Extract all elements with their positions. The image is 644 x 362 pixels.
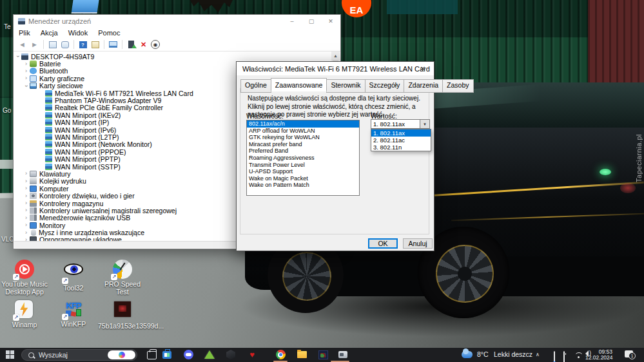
close-icon[interactable]: ✕ (412, 62, 434, 75)
close-button[interactable]: ✕ (321, 15, 340, 28)
tab-zaawansowane[interactable]: Zaawansowane (271, 78, 327, 91)
taskbar-discord[interactable] (183, 350, 193, 360)
weather-description[interactable]: Lekki deszcz (494, 350, 532, 358)
chevron-collapsed-icon[interactable]: › (23, 68, 30, 74)
menu-bar: Plik Akcja Widok Pomoc (14, 28, 340, 38)
chevron-collapsed-icon[interactable]: › (23, 178, 30, 184)
weather-temp[interactable]: 8°C (477, 350, 489, 358)
cancel-button[interactable]: Anuluj (403, 238, 433, 249)
desktop-icon-tool32[interactable]: ↗ Tool32 (49, 260, 98, 292)
property-option[interactable]: Wake on Pattern Match (247, 182, 359, 189)
partial-label-mid: Go (3, 107, 11, 114)
uninstall-device-icon[interactable]: ✕ (139, 40, 148, 50)
chevron-collapsed-icon[interactable]: › (23, 171, 30, 176)
menu-plik[interactable]: Plik (14, 29, 35, 37)
desktop-icon-youtube-music[interactable]: ↗ YouTube Music Desktop App (0, 260, 49, 296)
property-option[interactable]: ARP offload for WoWLAN (247, 128, 359, 135)
taskbar-chrome[interactable] (275, 350, 286, 360)
chevron-collapsed-icon[interactable]: › (23, 230, 30, 236)
property-option[interactable]: 802.11ax/ac/n (247, 120, 359, 128)
tray-overflow-icon[interactable]: ∧ (536, 352, 540, 357)
chevron-collapsed-icon[interactable]: › (23, 186, 30, 191)
desktop-icon-winkfp[interactable]: KFP ↗ WinKFP (49, 300, 98, 329)
menu-widok[interactable]: Widok (63, 29, 93, 37)
minimize-button[interactable]: – (282, 15, 302, 28)
property-option[interactable]: Roaming Aggressiveness (247, 155, 359, 162)
discord-icon (184, 350, 193, 359)
chevron-down-icon[interactable]: ▼ (420, 120, 429, 128)
clock[interactable]: 09:53 12.02.2024 (585, 349, 612, 361)
chevron-collapsed-icon[interactable]: › (23, 215, 30, 221)
desktop-icon-winamp[interactable]: ↗ Winamp (0, 300, 49, 329)
chevron-collapsed-icon[interactable]: › (23, 75, 30, 81)
taskbar-file-explorer[interactable] (297, 350, 307, 360)
storage-icon (30, 200, 37, 207)
copilot-button[interactable] (108, 350, 135, 359)
hexagon-icon (226, 350, 235, 359)
property-option[interactable]: Miracast prefer band (247, 141, 359, 148)
taskbar-photo-app[interactable] (318, 350, 328, 360)
notification-center-icon[interactable]: 1 (625, 350, 633, 357)
taskbar-prism-app[interactable] (204, 350, 215, 360)
property-option[interactable]: U-APSD Support (247, 168, 359, 175)
taskbar-red-app[interactable]: ♥ (247, 350, 257, 360)
taskbar-hexagon-app[interactable] (226, 350, 236, 360)
device-manager-taskbar-icon (338, 351, 347, 358)
task-view-icon[interactable] (147, 351, 157, 359)
menu-akcja[interactable]: Akcja (35, 29, 63, 37)
toolbar-separator (104, 40, 104, 49)
forward-icon[interactable]: ► (30, 40, 39, 50)
desktop-icon-image-file[interactable]: 75b1a9153e13599d... (98, 300, 147, 330)
chrome-icon (276, 350, 286, 359)
scan-hardware-icon[interactable] (108, 40, 118, 50)
weather-cloud-icon[interactable] (462, 351, 473, 358)
update-driver-icon[interactable] (126, 40, 136, 50)
battery-icon[interactable] (563, 352, 565, 362)
device-manager-titlebar[interactable]: Menedżer urządzeń – ▢ ✕ (14, 15, 340, 28)
chevron-collapsed-icon[interactable]: › (23, 222, 30, 228)
help-icon[interactable]: ? (78, 40, 88, 50)
dropdown-option[interactable]: 1. 802.11ax (371, 129, 431, 137)
desktop-icon-pro-speed-test[interactable]: ↗ PRO Speed Test (98, 260, 147, 296)
chevron-expanded-icon[interactable]: › (23, 82, 29, 90)
tree-item-computer[interactable]: › DESKTOP-4HS9AT9 (14, 53, 331, 60)
cast-screen-icon[interactable] (554, 352, 555, 362)
taskbar-store[interactable] (162, 350, 172, 360)
shortcut-arrow-icon: ↗ (13, 274, 19, 280)
property-option[interactable]: Wake on Magic Packet (247, 175, 359, 182)
maximize-button[interactable]: ▢ (302, 15, 321, 28)
chevron-collapsed-icon[interactable]: › (23, 207, 30, 213)
scan-changes-icon[interactable]: ◉ (151, 40, 160, 49)
start-button[interactable] (6, 350, 15, 359)
dialog-titlebar[interactable]: Właściwości: MediaTek Wi-Fi 6 MT7921 Wir… (237, 62, 434, 75)
taskbar-device-manager[interactable] (338, 350, 348, 360)
property-option[interactable]: Preferred Band (247, 148, 359, 155)
property-listbox[interactable]: 802.11ax/ac/n ARP offload for WoWLAN GTK… (246, 120, 360, 196)
chevron-collapsed-icon[interactable]: › (23, 61, 30, 67)
property-option[interactable]: Transmit Power Level (247, 162, 359, 169)
chevron-expanded-icon[interactable]: › (15, 53, 21, 60)
tab-zasoby[interactable]: Zasoby (442, 79, 473, 93)
properties-icon[interactable] (90, 40, 100, 50)
property-option[interactable]: GTK rekeying for WoWLAN (247, 134, 359, 141)
tab-zdarzenia[interactable]: Zdarzenia (404, 79, 443, 93)
search-input[interactable]: Wyszukaj (21, 349, 137, 361)
eye-icon (64, 263, 83, 275)
dropdown-option[interactable]: 2. 802.11ac (371, 137, 431, 144)
dropdown-option[interactable]: 3. 802.11n (371, 144, 431, 151)
tab-szczegoly[interactable]: Szczegóły (365, 79, 405, 93)
show-console-tree-icon[interactable] (48, 40, 57, 50)
partial-monitor-icon[interactable] (72, 0, 99, 14)
export-list-icon[interactable] (60, 40, 70, 50)
scroll-up-icon[interactable]: ▲ (331, 52, 340, 60)
tab-sterownik[interactable]: Sterownik (326, 79, 365, 93)
chevron-collapsed-icon[interactable]: › (23, 193, 30, 199)
menu-pomoc[interactable]: Pomoc (93, 29, 125, 37)
back-icon[interactable]: ◄ (17, 40, 27, 50)
tab-ogolne[interactable]: Ogólne (240, 79, 271, 93)
speaker-icon (30, 193, 37, 199)
computer-node-icon (30, 186, 37, 192)
chevron-collapsed-icon[interactable]: › (23, 200, 30, 206)
value-combobox[interactable]: 1. 802.11ax ▼ (371, 119, 430, 129)
ok-button[interactable]: OK (368, 238, 398, 249)
